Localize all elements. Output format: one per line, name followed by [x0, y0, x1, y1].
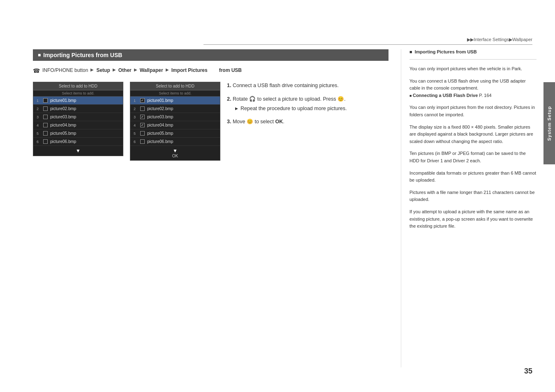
screen2-list: 1 picture01.bmp 2 picture02.bmp 3 pictur… [130, 97, 220, 146]
screen2-subtitle: Select items to add. [130, 90, 220, 97]
list-item: 2 picture02.bmp [33, 105, 123, 113]
screens-area: Select to add to HDD Select items to add… [33, 82, 388, 161]
step-2-sub: Repeat the procedure to upload more pict… [235, 105, 388, 113]
info-para-2: You can connect a USB flash drive using … [409, 78, 536, 99]
section-title: Importing Pictures from USB [43, 52, 122, 58]
nav-item-4: Import Pictures [171, 67, 208, 74]
breadcrumb-current: Wallpaper [512, 37, 532, 42]
list-item: 1 picture01.bmp [130, 97, 220, 105]
screen1-list: 1 picture01.bmp 2 picture02.bmp 3 pictur… [33, 97, 123, 146]
step-2: 2. Rotate 🎧 to select a picture to uploa… [227, 95, 388, 113]
screen2-title: Select to add to HDD [130, 82, 220, 90]
info-para-3: You can only import pictures from the ro… [409, 104, 536, 118]
left-column: Importing Pictures from USB ☎ INFO/PHONE… [33, 49, 388, 367]
nav-breadcrumb: ☎ INFO/PHONE button ▶ Setup ▶ Other ▶ Wa… [33, 67, 388, 75]
nav-item-0: INFO/PHONE button [42, 67, 88, 74]
screen2-footer: ▼ OK [130, 146, 220, 160]
nav-item-3: Wallpaper [140, 67, 163, 74]
list-item: 3 picture03.bmp [33, 113, 123, 121]
main-content: Importing Pictures from USB ☎ INFO/PHONE… [33, 49, 536, 367]
info-para-8: If you attempt to upload a picture with … [409, 208, 536, 230]
down-arrow-icon: ▼ [35, 148, 121, 154]
breadcrumb-prefix: ▶▶Interface Settings▶ [467, 37, 512, 42]
info-header: ■ Importing Pictures from USB [409, 49, 536, 54]
info-para-5: Ten pictures (in BMP or JPEG format) can… [409, 150, 536, 164]
page-number: 35 [524, 367, 532, 376]
ok-label: OK [172, 154, 178, 158]
screen1-title: Select to add to HDD [33, 82, 123, 90]
phone-icon: ☎ [33, 67, 40, 75]
list-item: 4 picture04.bmp [33, 121, 123, 129]
section-header: Importing Pictures from USB [33, 49, 388, 61]
list-item: 4 picture04.bmp [130, 121, 220, 129]
screen1-subtitle: Select items to add. [33, 90, 123, 97]
screen-mockup-1: Select to add to HDD Select items to add… [33, 82, 123, 156]
steps-column: 1. Connect a USB flash drive containing … [227, 82, 388, 131]
nav-item-2: Other [118, 67, 132, 74]
info-header-title: Importing Pictures from USB [415, 49, 477, 54]
screen1-footer: ▼ [33, 146, 123, 156]
right-column: ■ Importing Pictures from USB You can on… [401, 49, 536, 367]
side-tab-label: System Setup [547, 106, 552, 141]
section-divider [409, 59, 536, 60]
info-para-7: Pictures with a file name longer than 21… [409, 189, 536, 203]
step-3: 3. Move 😊 to select OK. [227, 118, 388, 126]
nav-item-1: Setup [96, 67, 110, 74]
nav-item-4b: from USB [219, 67, 242, 74]
list-item: 5 picture05.bmp [33, 129, 123, 138]
usb-flash-link[interactable]: Connecting a USB Flash Drive [409, 93, 478, 98]
list-item: 5 picture05.bmp [130, 129, 220, 138]
screen-mockup-2: Select to add to HDD Select items to add… [130, 82, 220, 161]
info-para-1: You can only import pictures when the ve… [409, 65, 536, 73]
breadcrumb: ▶▶Interface Settings▶Wallpaper [204, 37, 532, 45]
list-item: 2 picture02.bmp [130, 105, 220, 113]
list-item: 6 picture06.bmp [130, 138, 220, 146]
list-item: 3 picture03.bmp [130, 113, 220, 121]
down-arrow-icon: ▼ [132, 148, 218, 154]
info-para-6: Incompatible data formats or pictures gr… [409, 170, 536, 184]
list-item: 6 picture06.bmp [33, 138, 123, 146]
step-1: 1. Connect a USB flash drive containing … [227, 82, 388, 90]
side-tab: System Setup [543, 82, 555, 164]
list-item: 1 picture01.bmp [33, 97, 123, 105]
info-para-4: The display size is a fixed 800 × 480 pi… [409, 124, 536, 145]
info-header-icon: ■ [409, 49, 412, 54]
